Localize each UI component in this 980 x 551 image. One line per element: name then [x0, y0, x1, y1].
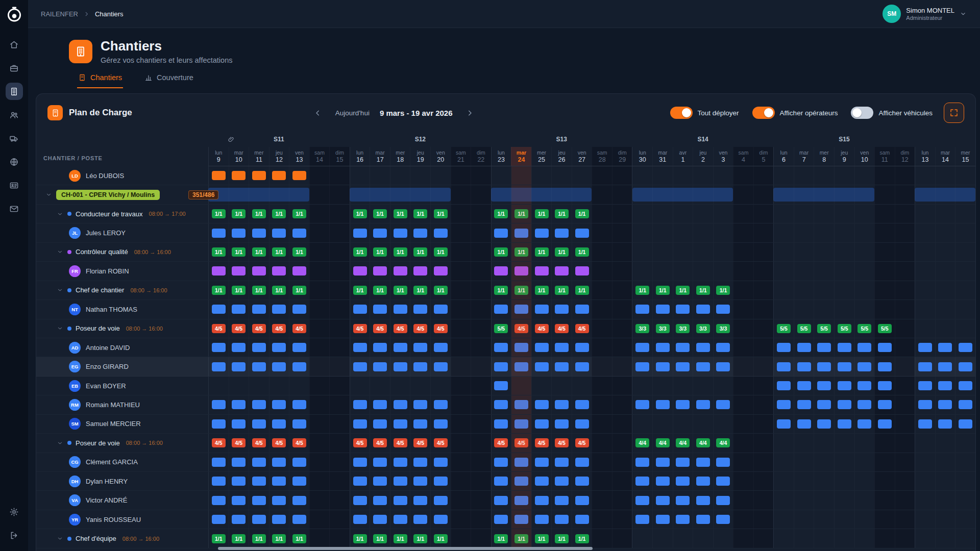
grid-cell[interactable]	[511, 377, 531, 395]
grid-cell[interactable]	[733, 205, 753, 223]
capacity-badge[interactable]: 4/5	[292, 324, 306, 333]
assignment-block[interactable]	[394, 515, 407, 524]
grid-cell[interactable]	[773, 415, 794, 433]
grid-cell[interactable]: 1/1	[491, 205, 511, 223]
capacity-badge[interactable]: 4/4	[716, 438, 730, 447]
grid-cell[interactable]	[814, 205, 834, 223]
capacity-badge[interactable]: 1/1	[535, 247, 549, 257]
grid-cell[interactable]	[491, 357, 511, 375]
grid-cell[interactable]	[794, 205, 814, 223]
grid-cell[interactable]	[531, 491, 552, 509]
grid-cell[interactable]	[895, 205, 915, 223]
grid-cell[interactable]	[612, 395, 632, 414]
grid-cell[interactable]	[390, 185, 410, 204]
capacity-badge[interactable]: 4/5	[575, 438, 589, 447]
grid-cell[interactable]	[713, 415, 733, 433]
grid-cell[interactable]	[773, 262, 794, 280]
grid-cell[interactable]: 4/5	[491, 434, 511, 452]
grid-cell[interactable]: 1/1	[693, 281, 713, 299]
grid-cell[interactable]	[592, 529, 612, 547]
grid-cell[interactable]	[249, 166, 269, 185]
grid-cell[interactable]	[895, 185, 915, 204]
grid-cell[interactable]	[491, 338, 511, 357]
grid-cell[interactable]	[309, 491, 330, 509]
grid-cell[interactable]	[955, 415, 975, 433]
grid-cell[interactable]	[673, 453, 693, 471]
grid-cell[interactable]	[451, 338, 471, 357]
assignment-block[interactable]	[514, 419, 528, 429]
grid-cell[interactable]	[874, 243, 895, 261]
grid-cell[interactable]	[693, 185, 713, 204]
assignment-block[interactable]	[656, 305, 670, 314]
grid-cell[interactable]	[329, 281, 350, 299]
grid-cell[interactable]	[773, 185, 794, 204]
capacity-badge[interactable]: 4/5	[555, 324, 569, 333]
assignment-block[interactable]	[272, 496, 286, 505]
grid-cell[interactable]	[753, 510, 774, 529]
capacity-badge[interactable]: 4/5	[413, 324, 427, 333]
grid-cell[interactable]	[733, 472, 753, 490]
grid-cell[interactable]	[309, 395, 330, 414]
assignment-block[interactable]	[635, 343, 649, 352]
grid-cell[interactable]: 1/1	[551, 529, 572, 547]
grid-cell[interactable]: 4/5	[531, 319, 552, 338]
assignment-block[interactable]	[555, 515, 569, 524]
grid-cell[interactable]	[208, 472, 229, 490]
assignment-block[interactable]	[535, 229, 549, 238]
grid-cell[interactable]	[329, 491, 350, 509]
grid-cell[interactable]: 1/1	[370, 205, 390, 223]
grid-cell[interactable]	[329, 300, 350, 318]
capacity-badge[interactable]: 1/1	[413, 209, 427, 218]
grid-cell[interactable]	[854, 281, 875, 299]
grid-cell[interactable]	[249, 453, 269, 471]
assignment-block[interactable]	[292, 515, 306, 524]
grid-cell[interactable]	[955, 319, 975, 338]
grid-cell[interactable]	[410, 357, 430, 375]
assignment-block[interactable]	[777, 381, 791, 390]
grid-cell[interactable]	[329, 357, 350, 375]
grid-cell[interactable]	[794, 243, 814, 261]
grid-cell[interactable]	[551, 262, 572, 280]
grid-cell[interactable]: 4/5	[208, 434, 229, 452]
grid-cell[interactable]	[451, 281, 471, 299]
grid-cell[interactable]	[632, 510, 652, 529]
assignment-block[interactable]	[212, 496, 226, 505]
grid-cell[interactable]	[753, 529, 774, 547]
grid-cell[interactable]	[269, 223, 289, 242]
grid-cell[interactable]	[592, 377, 612, 395]
grid-cell[interactable]	[350, 185, 370, 204]
grid-cell[interactable]	[733, 243, 753, 261]
assignment-block[interactable]	[676, 496, 690, 505]
assignment-block[interactable]	[252, 343, 266, 352]
grid-cell[interactable]	[915, 185, 935, 204]
grid-cell[interactable]	[309, 281, 330, 299]
grid-cell[interactable]	[491, 453, 511, 471]
grid-cell[interactable]	[652, 510, 673, 529]
capacity-badge[interactable]: 4/4	[635, 438, 649, 447]
grid-cell[interactable]	[915, 529, 935, 547]
grid-cell[interactable]	[733, 491, 753, 509]
grid-cell[interactable]: 5/5	[834, 319, 854, 338]
post-row[interactable]: Conducteur de travaux 08:00 → 17:00 1/11…	[36, 205, 975, 223]
grid-cell[interactable]	[854, 205, 875, 223]
grid-cell[interactable]	[531, 338, 552, 357]
capacity-badge[interactable]: 4/5	[232, 438, 246, 447]
grid-cell[interactable]	[753, 491, 774, 509]
capacity-badge[interactable]: 1/1	[292, 534, 306, 543]
grid-cell[interactable]	[874, 223, 895, 242]
grid-cell[interactable]	[814, 453, 834, 471]
person-row[interactable]: FR Florian ROBIN	[36, 262, 975, 281]
post-row[interactable]: Poseur de voie 08:00 → 16:00 4/54/54/54/…	[36, 434, 975, 453]
assignment-block[interactable]	[292, 419, 306, 429]
grid-cell[interactable]	[773, 395, 794, 414]
grid-cell[interactable]	[471, 205, 491, 223]
grid-cell[interactable]	[753, 262, 774, 280]
grid-cell[interactable]: 5/5	[773, 319, 794, 338]
grid-cell[interactable]	[834, 529, 854, 547]
grid-cell[interactable]	[208, 453, 229, 471]
capacity-badge[interactable]: 1/1	[575, 286, 589, 295]
grid-cell[interactable]	[632, 491, 652, 509]
grid-cell[interactable]	[935, 205, 955, 223]
assignment-block[interactable]	[696, 458, 710, 467]
switch-tout-deployer[interactable]	[670, 107, 693, 119]
